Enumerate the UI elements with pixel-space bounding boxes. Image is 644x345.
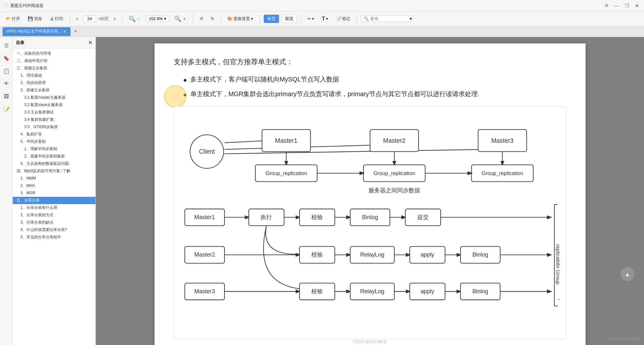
- close-btn[interactable]: ✕: [633, 2, 641, 10]
- save-button[interactable]: 💾 另存: [25, 15, 45, 23]
- bg-dropdown-icon: ▾: [251, 16, 253, 21]
- pdf-page: 支持多主模式，但官方推荐单主模式： ● 多主模式下，客户端可以随机向MySQL节…: [155, 43, 586, 345]
- highlight-button[interactable]: ✏ ▾: [305, 15, 317, 22]
- svg-text:提交: 提交: [417, 214, 428, 220]
- page-input[interactable]: [83, 15, 96, 22]
- toc-item[interactable]: 3.1 配置master主服务器: [13, 94, 95, 101]
- text-tool-button[interactable]: T ▾: [319, 15, 331, 23]
- toc-item[interactable]: 3、分库分表的缺点: [13, 219, 95, 226]
- toc-item[interactable]: 3.4 集群拓建扩展:: [13, 116, 95, 123]
- bullet-item-2: ● 单主模式下，MGR集群会选出primary节点负责写请求，primary节点…: [183, 88, 566, 100]
- toc-item[interactable]: 3、搭建主从集群: [13, 87, 95, 94]
- svg-text:Master2: Master2: [383, 137, 405, 144]
- svg-text:apply: apply: [420, 251, 434, 258]
- thumbnail-icon-btn[interactable]: 📋: [1, 65, 12, 77]
- toc-header: 目录 ✕: [13, 37, 95, 49]
- zoom-in-button[interactable]: 🔍 ＋: [172, 14, 189, 23]
- svg-text:执行: 执行: [261, 214, 272, 220]
- svg-text:Binlog: Binlog: [472, 288, 488, 295]
- prev-page-button[interactable]: ‹: [74, 14, 81, 23]
- restore-btn[interactable]: ❐: [623, 2, 631, 10]
- title-bar-left: 📄 看图王PDF阅读器: [3, 3, 43, 9]
- print-button[interactable]: 🖨 打印: [47, 15, 66, 23]
- notes-side-icon-btn[interactable]: 📝: [1, 103, 12, 115]
- bg-change-button[interactable]: 🎨 更换背景 ▾: [225, 15, 256, 23]
- toc-item[interactable]: 二、基础环境介绍: [13, 57, 95, 65]
- eye-icon-btn[interactable]: 👁: [1, 78, 12, 89]
- open-button[interactable]: 📂 打开: [3, 15, 23, 23]
- bullet-item-1: ● 多主模式下，客户端可以随机向MySQL节点写入数据: [183, 74, 566, 85]
- main-area: ☰ 🔖 📋 👁 🖼 📝 目录 ✕ 一、实验目的与环境二、基础环境介绍三、搭建主从…: [0, 37, 644, 345]
- svg-text:Master2: Master2: [194, 251, 215, 258]
- svg-text:校验: 校验: [311, 251, 323, 258]
- toc-item[interactable]: 1、MMM: [13, 175, 95, 182]
- toc-item[interactable]: 3.2 配置slave从服务器: [13, 101, 95, 109]
- scroll-top-button[interactable]: ▲: [620, 267, 634, 281]
- svg-text:Binlog: Binlog: [362, 214, 378, 220]
- tab-close-button[interactable]: ✕: [63, 29, 67, 34]
- document-tab[interactable]: VIP01-MySQL生产环境高可用... ✕: [3, 27, 71, 36]
- toc-item[interactable]: 5、常见的分库分表组件: [13, 234, 95, 241]
- toc-panel: 目录 ✕ 一、实验目的与环境二、基础环境介绍三、搭建主从集群1、理论基础2、同步…: [13, 37, 95, 345]
- tab-label: VIP01-MySQL生产环境高可用...: [6, 29, 61, 34]
- toc-item[interactable]: 四、MySQL的高可用方案--了解: [13, 167, 95, 175]
- page-total: /30页: [99, 16, 109, 22]
- zoom-value: 152.8%: [149, 16, 163, 21]
- toc-item[interactable]: 3、MGR: [13, 189, 95, 197]
- toc-item[interactable]: 2、同步的原理: [13, 79, 95, 87]
- notes-button[interactable]: 📝 笔记: [333, 15, 353, 23]
- bookmark-icon-btn[interactable]: 🔖: [1, 52, 12, 64]
- svg-text:Binlog: Binlog: [472, 251, 488, 258]
- next-page-button[interactable]: ›: [111, 14, 118, 23]
- bullet-list: ● 多主模式下，客户端可以随机向MySQL节点写入数据 ● 单主模式下，MGR集…: [183, 74, 566, 100]
- toc-item[interactable]: 2、MHA: [13, 182, 95, 189]
- svg-text:Master1: Master1: [275, 137, 297, 144]
- toc-item[interactable]: 三、搭建主从集群: [13, 65, 95, 72]
- double-page-button[interactable]: 双页: [282, 15, 297, 23]
- toc-item[interactable]: 一、实验目的与环境: [13, 50, 95, 57]
- toc-item[interactable]: 3.3 主从集群测试: [13, 109, 95, 116]
- toc-item[interactable]: 1、理解半同步复制: [13, 145, 95, 153]
- svg-text:apply: apply: [420, 288, 434, 295]
- pdf-area[interactable]: 支持多主模式，但官方推荐单主模式： ● 多主模式下，客户端可以随机向MySQL节…: [96, 37, 644, 345]
- menu-icon[interactable]: ≡: [603, 2, 610, 10]
- toc-item[interactable]: 1、分库分表有什么用: [13, 204, 95, 211]
- zoom-out-button[interactable]: 🔍 －: [126, 14, 143, 23]
- toc-item[interactable]: 4、集群扩容: [13, 131, 95, 138]
- minimize-btn[interactable]: —: [613, 2, 620, 10]
- print-icon: 🖨: [50, 16, 54, 21]
- menu-icon-btn[interactable]: ☰: [1, 40, 12, 51]
- toc-item[interactable]: 4、什么时候需要分库分表?: [13, 226, 95, 234]
- image-icon-btn[interactable]: 🖼: [1, 91, 12, 102]
- toc-item[interactable]: 3.5、GTID同步集群: [13, 123, 95, 131]
- toc-item[interactable]: 5、半同步复制: [13, 138, 95, 145]
- highlight-icon: ✏: [307, 16, 311, 21]
- title-bar-controls: ≡ — ❐ ✕: [603, 2, 641, 10]
- toc-item[interactable]: 1、理论基础: [13, 72, 95, 79]
- architecture-diagram: Client Master1 Master2 Master3: [180, 116, 560, 328]
- toc-item[interactable]: 2、分库分表的方式: [13, 211, 95, 219]
- bullet-text-2: 单主模式下，MGR集群会选出primary节点负责写请求，primary节点与其…: [190, 88, 480, 99]
- svg-text:校验: 校验: [311, 288, 323, 295]
- svg-text:Group_replication: Group_replication: [481, 170, 523, 176]
- tab-bar: VIP01-MySQL生产环境高可用... ✕ +: [0, 26, 644, 37]
- csdn-badge: CSDN @指尖II舞者: [608, 336, 641, 342]
- csdn-text: CSDN @指尖II舞者: [608, 337, 641, 341]
- single-page-button[interactable]: 单页: [264, 15, 279, 23]
- svg-text:Group_replication: Group_replication: [373, 170, 415, 176]
- app-title: 看图王PDF阅读器: [10, 3, 43, 9]
- toc-item[interactable]: 五、分库分表: [13, 197, 95, 204]
- new-tab-button[interactable]: +: [72, 28, 80, 35]
- svg-text:RelayLog: RelayLog: [360, 251, 384, 258]
- toc-close-button[interactable]: ✕: [88, 40, 92, 46]
- zoom-level-display[interactable]: 152.8% ▾: [146, 15, 169, 22]
- toc-item[interactable]: 6、主从架构的数据延迟问题:: [13, 160, 95, 167]
- rotate-left-button[interactable]: ↺: [197, 15, 206, 22]
- toc-item[interactable]: 2、搭建半同步复制集群: [13, 153, 95, 160]
- search-input[interactable]: [370, 16, 408, 21]
- svg-text:校验: 校验: [311, 214, 323, 220]
- zoom-out-icon: 🔍: [129, 15, 136, 22]
- svg-text:Master1: Master1: [194, 214, 215, 220]
- rotate-right-button[interactable]: ↻: [208, 15, 217, 22]
- toc-content[interactable]: 一、实验目的与环境二、基础环境介绍三、搭建主从集群1、理论基础2、同步的原理3、…: [13, 49, 95, 345]
